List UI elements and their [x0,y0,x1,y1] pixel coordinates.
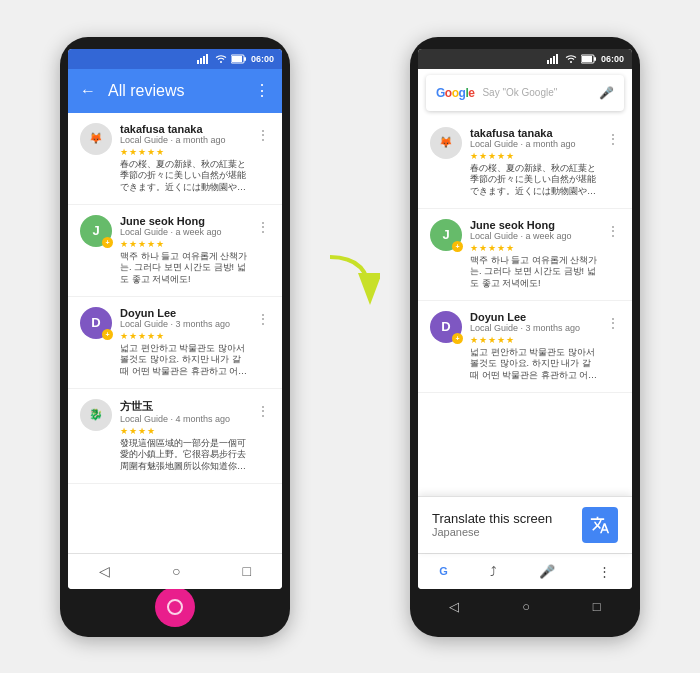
reviewer-name: 方世玉 [120,399,248,414]
nav-square-2[interactable]: □ [593,599,601,614]
phone-1: 06:00 ← All reviews ⋮ 🦊 takafusa tanaka … [60,37,290,637]
svg-rect-13 [582,56,592,62]
svg-rect-11 [556,54,558,64]
nav-back-2[interactable]: ◁ [449,599,459,614]
review-text: 春の桜、夏の新緑、秋の紅葉と季節の折々に美しい自然が堪能できます。近くには動物園… [120,159,248,194]
review-text: 넓고 편안하고 박물관도 많아서 볼것도 많아요. 하지만 내가 갈때 어떤 박… [470,347,598,382]
more-button-2[interactable]: ⋮ [598,564,611,579]
status-bar-1: 06:00 [68,49,282,69]
review-item[interactable]: D + Doyun Lee Local Guide · 3 months ago… [418,301,632,393]
review-content: June seok Hong Local Guide · a week ago … [120,215,248,286]
more-options-button-1[interactable]: ⋮ [254,81,270,100]
app-bar-title-1: All reviews [108,82,242,100]
reviewer-name: June seok Hong [120,215,248,227]
review-item[interactable]: J + June seok Hong Local Guide · a week … [418,209,632,301]
home-button-fab[interactable] [155,587,195,627]
stars: ★★★★★ [470,335,598,345]
translate-svg-icon [590,515,610,535]
svg-rect-0 [197,60,199,64]
mic-icon[interactable]: 🎤 [599,86,614,100]
svg-rect-9 [550,58,552,64]
nav-home-2[interactable]: ○ [522,599,530,614]
reviews-list-1: 🦊 takafusa tanaka Local Guide · a month … [68,113,282,553]
status-time-2: 06:00 [601,54,624,64]
review-text: 맥주 하나 들고 여유롭게 산책가는. 그러다 보면 시간도 금방! 넓도 좋고… [470,255,598,290]
reviewer-meta: Local Guide · 3 months ago [120,319,248,329]
arrow-container [320,237,380,437]
search-placeholder: Say "Ok Google" [482,87,591,98]
review-item[interactable]: D + Doyun Lee Local Guide · 3 months ago… [68,297,282,389]
phone-2: 06:00 Google Say "Ok Google" 🎤 🦊 takafus… [410,37,640,637]
reviewer-meta: Local Guide · a month ago [120,135,248,145]
bottom-nav-1: ◁ ○ □ [68,553,282,589]
search-bar-2[interactable]: Google Say "Ok Google" 🎤 [426,75,624,111]
phone-2-nav: ◁ ○ □ [418,589,632,625]
battery-icon-2 [581,54,597,64]
bottom-action-bar-2: G ⤴ 🎤 ⋮ [418,553,632,589]
reviewer-meta: Local Guide · a week ago [470,231,598,241]
translate-language: Japanese [432,526,572,538]
review-more-icon[interactable]: ⋮ [606,315,620,331]
reviewer-name: takafusa tanaka [120,123,248,135]
reviewer-name: June seok Hong [470,219,598,231]
app-bar-1: ← All reviews ⋮ [68,69,282,113]
svg-rect-8 [547,60,549,64]
nav-square-1[interactable]: □ [243,563,251,579]
share-button[interactable]: ⤴ [490,564,497,579]
svg-rect-3 [206,54,208,64]
translate-title: Translate this screen [432,511,572,526]
review-content: takafusa tanaka Local Guide · a month ag… [120,123,248,194]
translate-overlay[interactable]: Translate this screen Japanese [418,496,632,553]
review-more-icon[interactable]: ⋮ [256,403,270,419]
review-text: 맥주 하나 들고 여유롭게 산책가는. 그러다 보면 시간도 금방! 넓도 좋고… [120,251,248,286]
review-item[interactable]: J + June seok Hong Local Guide · a week … [68,205,282,297]
nav-back-1[interactable]: ◁ [99,563,110,579]
svg-rect-6 [244,57,246,61]
status-bar-2: 06:00 [418,49,632,69]
reviewer-name: Doyun Lee [120,307,248,319]
translate-icon-button[interactable] [582,507,618,543]
reviews-list-2: 🦊 takafusa tanaka Local Guide · a month … [418,117,632,553]
wifi-icon [215,54,227,64]
status-time: 06:00 [251,54,274,64]
review-more-icon[interactable]: ⋮ [256,127,270,143]
review-item[interactable]: 🦊 takafusa tanaka Local Guide · a month … [418,117,632,209]
signal-icon [197,54,211,64]
reviewer-name: takafusa tanaka [470,127,598,139]
review-content: June seok Hong Local Guide · a week ago … [470,219,598,290]
review-text: 春の桜、夏の新緑、秋の紅葉と季節の折々に美しい自然が堪能できます。近くには動物園… [470,163,598,198]
stars: ★★★★★ [470,151,598,161]
review-text: 넓고 편안하고 박물관도 많아서 볼것도 많아요. 하지만 내가 갈때 어떤 박… [120,343,248,378]
back-button-1[interactable]: ← [80,82,96,100]
stars: ★★★★★ [470,243,598,253]
stars: ★★★★★ [120,147,248,157]
review-item[interactable]: 🐉 方世玉 Local Guide · 4 months ago ★★★★ 發現… [68,389,282,484]
svg-rect-10 [553,56,555,64]
review-more-icon[interactable]: ⋮ [606,223,620,239]
review-content: takafusa tanaka Local Guide · a month ag… [470,127,598,198]
reviewer-meta: Local Guide · 4 months ago [120,414,248,424]
stars: ★★★★★ [120,239,248,249]
battery-icon [231,54,247,64]
stars: ★★★★★ [120,331,248,341]
review-item[interactable]: 🦊 takafusa tanaka Local Guide · a month … [68,113,282,205]
reviewer-meta: Local Guide · a month ago [470,139,598,149]
mic-button[interactable]: 🎤 [539,564,555,579]
phone-2-screen: 06:00 Google Say "Ok Google" 🎤 🦊 takafus… [418,49,632,589]
home-button-circle [167,599,183,615]
review-more-icon[interactable]: ⋮ [606,131,620,147]
review-content: Doyun Lee Local Guide · 3 months ago ★★★… [120,307,248,378]
svg-rect-1 [200,58,202,64]
signal-icon-2 [547,54,561,64]
reviewer-meta: Local Guide · a week ago [120,227,248,237]
google-g-button[interactable]: G [439,565,448,577]
review-content: Doyun Lee Local Guide · 3 months ago ★★★… [470,311,598,382]
review-more-icon[interactable]: ⋮ [256,311,270,327]
stars: ★★★★ [120,426,248,436]
reviewer-meta: Local Guide · 3 months ago [470,323,598,333]
svg-rect-5 [232,56,242,62]
nav-home-1[interactable]: ○ [172,563,180,579]
review-more-icon[interactable]: ⋮ [256,219,270,235]
arrow-icon [320,237,380,317]
translate-text-block: Translate this screen Japanese [432,511,572,538]
